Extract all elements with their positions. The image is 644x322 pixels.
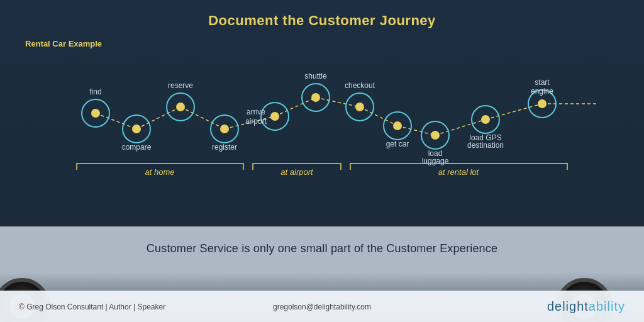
footer-copyright: © Greg Olson Consultant | Author | Speak…: [19, 303, 221, 311]
diagram-section: Document the Customer Journey Rental Car…: [0, 0, 644, 226]
brand-delight: delight: [547, 299, 589, 313]
svg-point-34: [393, 121, 402, 130]
footer-brand: delightability: [423, 299, 625, 314]
svg-point-45: [538, 99, 547, 108]
svg-text:shuttle: shuttle: [304, 72, 327, 80]
banner-section: Customer Service is only one small part …: [0, 226, 644, 270]
svg-text:destination: destination: [467, 141, 504, 150]
banner-text: Customer Service is only one small part …: [147, 242, 497, 255]
svg-line-7: [397, 126, 435, 135]
svg-line-5: [316, 97, 360, 107]
svg-point-15: [132, 125, 141, 133]
svg-text:register: register: [212, 143, 237, 152]
svg-text:airport: airport: [245, 117, 267, 126]
brand-ability: ability: [589, 299, 625, 313]
svg-text:get car: get car: [386, 140, 409, 148]
svg-text:arrive: arrive: [247, 108, 265, 116]
svg-point-41: [481, 115, 490, 124]
svg-line-2: [180, 107, 225, 129]
svg-point-21: [220, 125, 229, 133]
journey-area: find compare reserve register arrive air…: [19, 38, 625, 176]
svg-point-18: [176, 103, 185, 111]
svg-point-12: [91, 109, 100, 118]
svg-line-4: [275, 97, 316, 116]
footer-section: © Greg Olson Consultant | Author | Speak…: [0, 291, 644, 322]
main-container: Document the Customer Journey Rental Car…: [0, 0, 644, 322]
svg-line-6: [360, 107, 397, 126]
svg-text:at airport: at airport: [280, 167, 314, 176]
svg-text:at rental lot: at rental lot: [438, 167, 480, 176]
svg-text:checkout: checkout: [345, 81, 375, 90]
svg-line-9: [486, 104, 542, 119]
svg-point-37: [431, 131, 440, 140]
svg-point-24: [270, 112, 279, 121]
journey-svg: find compare reserve register arrive air…: [19, 38, 625, 176]
svg-text:find: find: [89, 87, 101, 96]
svg-text:at home: at home: [145, 167, 175, 176]
svg-line-0: [96, 113, 136, 129]
svg-text:luggage: luggage: [422, 157, 449, 165]
svg-text:compare: compare: [122, 143, 152, 152]
footer-email: gregolson@delightability.com: [221, 303, 423, 311]
svg-text:engine: engine: [531, 87, 553, 96]
svg-line-1: [136, 107, 180, 129]
car-section: © Greg Olson Consultant | Author | Speak…: [0, 270, 644, 322]
svg-text:start: start: [535, 78, 550, 87]
svg-point-28: [311, 93, 320, 102]
svg-text:reserve: reserve: [168, 81, 193, 90]
page-title: Document the Customer Journey: [19, 13, 625, 29]
svg-point-31: [355, 103, 364, 111]
